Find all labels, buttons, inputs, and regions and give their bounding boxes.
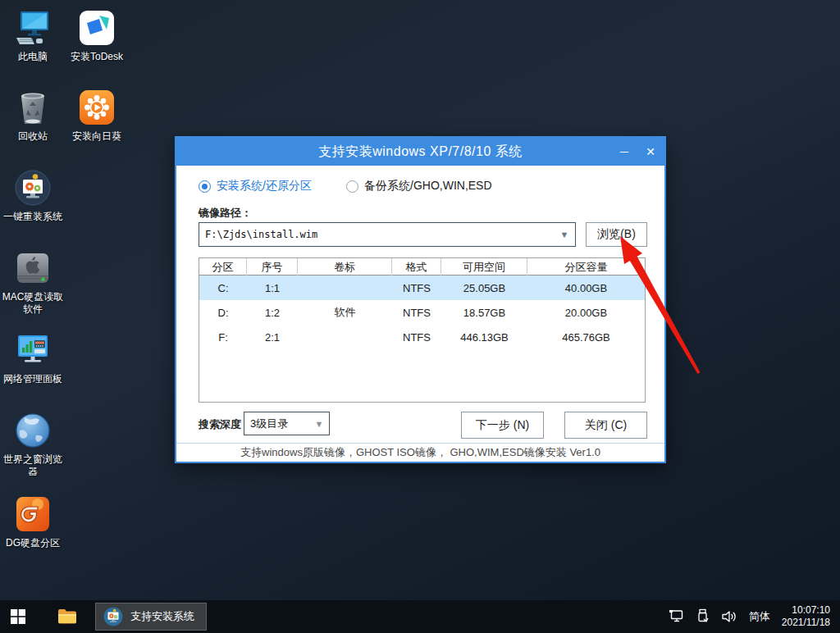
- minimize-button[interactable]: ─: [617, 145, 632, 158]
- one-key-reinstall-icon: [13, 168, 52, 207]
- desktop-icon-label: 安装向日葵: [72, 130, 121, 143]
- desktop-icon-label: 一键重装系统: [3, 211, 62, 223]
- usb-tray-icon[interactable]: [690, 600, 716, 633]
- col-volume: 卷标: [298, 258, 392, 276]
- sunflower-icon: [77, 88, 116, 127]
- desktop-icon-label: 世界之窗浏览器: [2, 453, 64, 478]
- date-text: 2021/11/18: [782, 617, 830, 629]
- desktop-icon-label: DG硬盘分区: [6, 537, 60, 549]
- close-button[interactable]: ✕: [643, 145, 658, 158]
- radio-backup-label: 备份系统/GHO,WIN,ESD: [364, 179, 492, 194]
- desktop-icon-todesk[interactable]: 安装ToDesk: [66, 8, 128, 63]
- image-path-combobox[interactable]: F:\Zjds\install.wim ▼: [199, 222, 576, 247]
- file-explorer-button[interactable]: [49, 600, 85, 633]
- col-format: 格式: [392, 258, 441, 276]
- diskgenius-icon: [13, 494, 52, 534]
- next-step-button[interactable]: 下一步 (N): [461, 412, 544, 439]
- desktop-icon-label: 安装ToDesk: [71, 51, 123, 63]
- world-window-browser-icon: [13, 411, 52, 450]
- image-path-label: 镜像路径：: [199, 206, 252, 221]
- desktop-icon-mac-disk[interactable]: MAC硬盘读取软件: [2, 248, 64, 316]
- search-depth-value: 3级目录: [244, 417, 309, 431]
- desktop-icon-reinstall[interactable]: 一键重装系统: [2, 168, 64, 223]
- recycle-bin-icon: [13, 88, 52, 127]
- desktop-icon-label: MAC硬盘读取软件: [2, 291, 64, 316]
- dialog-footer-text: 支持windows原版镜像，GHOST ISO镜像， GHO,WIM,ESD镜像…: [176, 443, 664, 462]
- desktop-icon-dg-partition[interactable]: DG硬盘分区: [2, 494, 64, 549]
- mac-disk-reader-icon: [13, 248, 52, 288]
- partition-table: 分区 序号 卷标 格式 可用空间 分区容量 C: 1:1 NTFS 25.05G…: [199, 257, 646, 403]
- combobox-dropdown-icon[interactable]: ▼: [554, 230, 575, 239]
- table-row-f[interactable]: F: 2:1 NTFS 446.13GB 465.76GB: [199, 325, 645, 349]
- col-free-space: 可用空间: [441, 258, 527, 276]
- desktop-icon-recycle-bin[interactable]: 回收站: [2, 88, 64, 143]
- todesk-icon: [77, 8, 116, 48]
- windows-logo-icon: [11, 609, 25, 624]
- desktop-icon-network-panel[interactable]: 网络管理面板: [2, 330, 64, 385]
- desktop-icon-world-browser[interactable]: 世界之窗浏览器: [2, 411, 64, 478]
- dialog-titlebar[interactable]: 支持安装windows XP/7/8/10 系统 ─ ✕: [176, 138, 664, 166]
- col-index: 序号: [247, 258, 298, 276]
- dialog-title: 支持安装windows XP/7/8/10 系统: [318, 143, 523, 161]
- col-partition: 分区: [199, 258, 247, 276]
- radio-install-label: 安装系统/还原分区: [217, 179, 312, 194]
- desktop-icon-this-pc[interactable]: 此电脑: [2, 8, 64, 63]
- radio-unselected-icon: [346, 180, 358, 193]
- radio-selected-icon: [199, 180, 211, 193]
- desktop-icon-label: 此电脑: [18, 51, 48, 63]
- installer-task-icon: [103, 606, 124, 627]
- volume-tray-icon[interactable]: [716, 600, 742, 633]
- select-dropdown-icon: ▼: [309, 419, 329, 429]
- start-button[interactable]: [0, 600, 36, 633]
- clock[interactable]: 10:07:10 2021/11/18: [777, 604, 840, 629]
- browse-button[interactable]: 浏览(B): [586, 222, 647, 247]
- taskbar-item-installer[interactable]: 支持安装系统: [95, 603, 207, 631]
- time-text: 10:07:10: [782, 604, 830, 617]
- table-row-d[interactable]: D: 1:2 软件 NTFS 18.57GB 20.00GB: [199, 300, 645, 325]
- desktop-icon-label: 回收站: [18, 130, 48, 143]
- taskbar: 支持安装系统 简体 10:07:: [0, 600, 840, 633]
- desktop-icon-label: 网络管理面板: [3, 373, 62, 385]
- radio-install-restore[interactable]: 安装系统/还原分区: [199, 179, 312, 194]
- network-panel-icon: [13, 330, 52, 370]
- col-capacity: 分区容量: [527, 258, 645, 276]
- desktop-icon-sunflower[interactable]: 安装向日葵: [66, 88, 128, 143]
- folder-icon: [57, 608, 77, 625]
- radio-backup[interactable]: 备份系统/GHO,WIN,ESD: [346, 179, 492, 194]
- search-depth-select[interactable]: 3级目录 ▼: [244, 412, 330, 435]
- taskbar-item-label: 支持安装系统: [130, 609, 194, 624]
- installer-dialog: 支持安装windows XP/7/8/10 系统 ─ ✕ 安装系统/还原分区 备…: [175, 136, 666, 463]
- this-pc-icon: [13, 8, 52, 48]
- network-tray-icon[interactable]: [664, 600, 690, 633]
- search-depth-label: 搜索深度: [199, 417, 241, 432]
- partition-table-header: 分区 序号 卷标 格式 可用空间 分区容量: [199, 258, 645, 276]
- language-indicator[interactable]: 简体: [742, 609, 777, 624]
- close-dialog-button[interactable]: 关闭 (C): [564, 412, 647, 439]
- table-row-c[interactable]: C: 1:1 NTFS 25.05GB 40.00GB: [199, 276, 645, 300]
- image-path-value: F:\Zjds\install.wim: [199, 229, 554, 240]
